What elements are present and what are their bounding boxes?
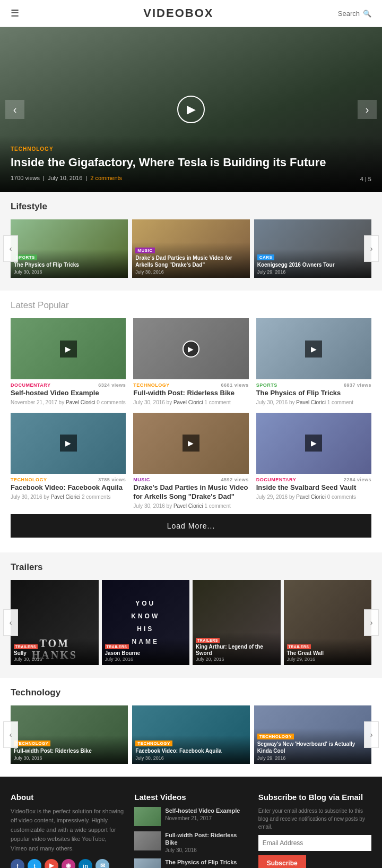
trailer-title: Jason Bourne <box>105 650 187 657</box>
card-category-badge: CARS <box>257 254 275 260</box>
hero-views: 1700 views <box>11 175 40 181</box>
other-social-icon[interactable]: ✉ <box>96 859 109 868</box>
grid-card-title: Full-width Post: Riderless Bike <box>133 389 248 398</box>
card-title: Drake's Dad Parties in Music Video for A… <box>135 254 246 268</box>
lv-date: November 21, 2017 <box>165 815 240 821</box>
play-button[interactable]: ▶ <box>60 435 77 452</box>
lifestyle-prev-button[interactable]: ‹ <box>3 235 18 262</box>
table-row[interactable]: ▶ SPORTS 6937 views The Physics of Flip … <box>256 318 371 405</box>
card-date: July 30, 2016 <box>135 755 246 761</box>
search-button[interactable]: Search 🔍 <box>338 10 371 18</box>
latest-video-item[interactable]: The Physics of Flip Tricks July 30, 2016 <box>134 858 247 868</box>
lifestyle-cards: SPORTS The Physics of Flip Tricks July 3… <box>11 219 371 278</box>
card-date: July 30, 2016 <box>14 755 125 761</box>
card-title: Segway's New 'Hoverboard' is Actually Ki… <box>257 741 368 754</box>
trailer-badge: TRAILERS <box>196 638 220 643</box>
tech-next-button[interactable]: › <box>364 721 379 748</box>
lv-thumbnail <box>134 831 161 850</box>
play-button[interactable]: ▶ <box>183 341 199 358</box>
list-item[interactable]: TRAILERS The Great Wall July 29, 2016 <box>284 580 372 665</box>
trailer-badge: TRAILERS <box>105 644 129 649</box>
table-row[interactable]: ▶ DOCUMENTARY 6324 views Self-hosted Vid… <box>11 318 126 405</box>
hero-pager: 4 | 5 <box>360 176 371 182</box>
table-row[interactable]: ▶ MUSIC 4592 views Drake's Dad Parties i… <box>133 413 248 509</box>
list-item[interactable]: TECHNOLOGY Full-width Post: Riderless Bi… <box>11 705 128 764</box>
grid-card-title: Self-hosted Video Example <box>11 389 126 398</box>
load-more-button[interactable]: Load More... <box>11 514 371 538</box>
play-button[interactable]: ▶ <box>183 435 199 452</box>
trailer-badge: TRAILERS <box>14 644 38 649</box>
trailers-prev-button[interactable]: ‹ <box>3 609 18 636</box>
play-button[interactable]: ▶ <box>305 341 322 358</box>
trailer-title: The Great Wall <box>287 650 369 657</box>
list-item[interactable]: TECHNOLOGY Facebook Video: Facebook Aqui… <box>132 705 249 764</box>
list-item[interactable]: CARS Koenigsegg 2016 Owners Tour July 29… <box>254 219 371 278</box>
trailer-badge: TRAILERS <box>287 644 311 649</box>
card-title: Facebook Video: Facebook Aquila <box>135 747 246 754</box>
lifestyle-section: Lifestyle ‹ SPORTS The Physics of Flip T… <box>0 192 382 291</box>
site-footer: About VideoBox is the perfect solution f… <box>0 777 382 868</box>
hero-section: ‹ › ▶ TECHNOLOGY Inside the Gigafactory,… <box>0 27 382 192</box>
table-row[interactable]: ▶ TECHNOLOGY 6681 views Full-width Post:… <box>133 318 248 405</box>
linkedin-icon[interactable]: in <box>79 859 92 868</box>
latest-video-item[interactable]: Full-width Post: Riderless Bike July 30,… <box>134 831 247 854</box>
hero-comments[interactable]: 2 comments <box>90 175 122 181</box>
lv-title: The Physics of Flip Tricks <box>165 858 237 866</box>
technology-section: Technology ‹ TECHNOLOGY Full-width Post:… <box>0 678 382 777</box>
hero-prev-button[interactable]: ‹ <box>5 100 24 119</box>
hero-play-button[interactable]: ▶ <box>177 96 205 123</box>
twitter-icon[interactable]: t <box>28 859 41 868</box>
lv-title: Self-hosted Video Example <box>165 807 240 814</box>
play-button[interactable]: ▶ <box>60 341 77 358</box>
card-category-badge: TECHNOLOGY <box>257 734 294 739</box>
lv-date: July 30, 2016 <box>165 847 247 853</box>
footer-about-title: About <box>11 793 124 802</box>
card-title: Koenigsegg 2016 Owners Tour <box>257 261 368 268</box>
trailer-date: July 20, 2016 <box>196 657 277 662</box>
facebook-icon[interactable]: f <box>11 859 24 868</box>
list-item[interactable]: TECHNOLOGY Segway's New 'Hoverboard' is … <box>254 705 371 764</box>
trailers-next-button[interactable]: › <box>364 609 379 636</box>
grid-card-title: Facebook Video: Facebook Aquila <box>11 483 126 492</box>
latest-video-item[interactable]: Self-hosted Video Example November 21, 2… <box>134 807 247 826</box>
footer-subscribe-col: Subscribe to Blog via Email Enter your e… <box>258 793 371 868</box>
trailer-title: King Arthur: Legend of the Sword <box>196 644 277 657</box>
card-category-badge: TECHNOLOGY <box>135 741 172 746</box>
footer-latest-title: Latest Videos <box>134 793 247 802</box>
list-item[interactable]: MUSIC Drake's Dad Parties in Music Video… <box>132 219 249 278</box>
card-category-badge: TECHNOLOGY <box>14 741 50 746</box>
trailer-date: July 30, 2016 <box>14 657 96 662</box>
trailers-grid: TOM HANKS TRAILERS Sully July 30, 2016 Y… <box>11 580 371 665</box>
list-item[interactable]: TOM HANKS TRAILERS Sully July 30, 2016 <box>11 580 99 665</box>
technology-title: Technology <box>11 687 371 698</box>
card-date: July 30, 2016 <box>135 269 246 275</box>
grid-card-title: The Physics of Flip Tricks <box>256 389 371 398</box>
table-row[interactable]: ▶ DOCUMENTARY 2284 views Inside the Sval… <box>256 413 371 509</box>
trailer-date: July 29, 2016 <box>287 657 369 662</box>
latest-section: Latest Popular ▶ DOCUMENTARY 6324 views … <box>0 291 382 552</box>
search-icon: 🔍 <box>363 10 371 18</box>
tech-prev-button[interactable]: ‹ <box>3 721 18 748</box>
hero-title: Inside the Gigafactory, Where Tesla is B… <box>11 155 371 171</box>
list-item[interactable]: YOUKNOWHISNAME TRAILERS Jason Bourne Jul… <box>102 580 190 665</box>
site-header: ☰ VIDEOBOX Search 🔍 <box>0 0 382 27</box>
lv-thumbnail <box>134 807 161 826</box>
lifestyle-next-button[interactable]: › <box>364 235 379 262</box>
instagram-icon[interactable]: ◉ <box>62 859 75 868</box>
subscribe-button[interactable]: Subscribe <box>258 855 306 868</box>
list-item[interactable]: TRAILERS King Arthur: Legend of the Swor… <box>193 580 281 665</box>
footer-about-text: VideoBox is the perfect solution for sho… <box>11 807 124 854</box>
email-field[interactable] <box>258 835 371 851</box>
footer-subscribe-text: Enter your email address to subscribe to… <box>258 807 371 831</box>
latest-grid: ▶ DOCUMENTARY 6324 views Self-hosted Vid… <box>11 318 371 509</box>
hero-next-button[interactable]: › <box>358 100 377 119</box>
play-button[interactable]: ▶ <box>305 435 322 452</box>
hero-date: July 10, 2016 <box>48 175 82 181</box>
youtube-icon[interactable]: ▶ <box>45 859 58 868</box>
table-row[interactable]: ▶ TECHNOLOGY 3785 views Facebook Video: … <box>11 413 126 509</box>
list-item[interactable]: SPORTS The Physics of Flip Tricks July 3… <box>11 219 128 278</box>
card-category-badge: MUSIC <box>135 248 154 253</box>
trailer-title: Sully <box>14 650 96 657</box>
grid-card-title: Inside the Svalbard Seed Vault <box>256 483 371 492</box>
menu-icon[interactable]: ☰ <box>11 7 19 19</box>
